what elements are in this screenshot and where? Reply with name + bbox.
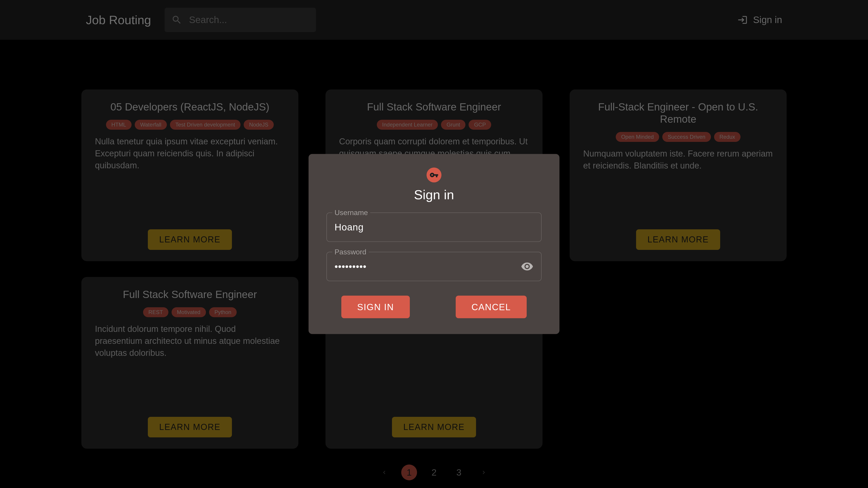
password-input[interactable] [335,261,521,272]
key-icon [430,170,438,180]
signin-modal: Sign in Username Password SIGN IN CANCEL [309,154,559,334]
eye-icon[interactable] [521,260,533,273]
username-field-wrap: Username [327,213,541,242]
username-input[interactable] [335,222,533,233]
signin-button[interactable]: SIGN IN [341,296,410,318]
modal-actions: SIGN IN CANCEL [341,296,527,318]
password-field-wrap: Password [327,252,541,281]
password-label: Password [332,248,369,256]
modal-title: Sign in [414,187,454,202]
cancel-button[interactable]: CANCEL [456,296,527,318]
username-label: Username [332,208,370,217]
key-avatar [427,168,441,183]
